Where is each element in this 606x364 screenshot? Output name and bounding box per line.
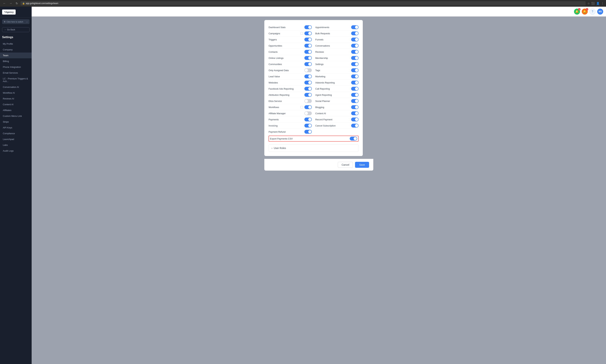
perm-toggle-left-16[interactable] [304,124,312,128]
help-btn[interactable]: ? [590,9,595,14]
sidebar-item-workflow-ai[interactable]: Workflow AI [0,90,32,96]
perm-toggle-right-4[interactable] [351,50,358,54]
perm-toggle-right-9[interactable] [351,81,358,84]
user-avatar[interactable]: MS [597,9,603,14]
sidebar-item-stripe[interactable]: Stripe [0,119,32,125]
perm-row-right-5: Membership [315,55,358,61]
header-right: 🔔 2 🔔 1 ? MS [574,9,603,14]
url-bar[interactable]: 🔒 app.gohighlevel.com/settings/team [21,1,586,5]
perm-row-left-11: Attribution Reporting [269,92,312,98]
sidebar-item-custom-menu[interactable]: Custom Menu Link [0,113,32,119]
user-roles-header[interactable]: › User Roles [272,147,356,150]
sidebar-item-api-keys[interactable]: API Keys [0,125,32,130]
perm-row-left-10: Facebook Ads Reporting [269,86,312,92]
browser-refresh-btn[interactable]: ↻ [15,1,19,5]
sidebar-item-labs[interactable]: Labs [0,142,32,148]
sidebar-item-billing[interactable]: Billing [0,58,32,64]
perm-toggle-left-5[interactable] [304,56,312,60]
perm-toggle-right-0[interactable] [351,25,358,29]
perm-toggle-right-7[interactable] [351,68,358,72]
perm-toggle-right-11[interactable] [351,93,358,97]
perm-toggle-right-12[interactable] [351,99,358,103]
perm-toggle-left-6[interactable] [304,62,312,66]
perm-label: Dashboard Stats [269,26,286,29]
perm-label: Marketing [315,75,325,78]
perm-label: Opportunities [269,44,282,47]
go-back-button[interactable]: ← Go Back [2,27,29,32]
perm-toggle-right-5[interactable] [351,56,358,60]
sidebar-item-conversation-ai[interactable]: Conversation AI [0,84,32,90]
perm-checkbox[interactable] [301,32,303,35]
perm-toggle-right-2[interactable] [351,38,358,41]
perm-toggle-left-13[interactable] [304,105,312,109]
perm-row-left-7: Only Assigned Data [269,67,312,73]
perm-toggle-left-1[interactable] [304,31,312,35]
perm-label: Agent Reporting [315,94,332,96]
perm-toggle-left-12[interactable] [304,99,312,103]
perm-toggle-right-15[interactable] [351,117,358,121]
perm-toggle-left-3[interactable] [304,44,312,48]
sidebar-item-team[interactable]: Team [0,52,32,58]
perm-toggle-right-8[interactable] [351,75,358,78]
sidebar-item-affiliates[interactable]: Affiliates [0,107,32,113]
perm-toggle-left-11[interactable] [304,93,312,97]
perm-toggle-left-15[interactable] [304,117,312,121]
browser-forward-btn[interactable]: → [8,1,13,5]
permissions-container: Dashboard StatsAppointmentsCampaignsBulk… [269,24,358,135]
sidebar-item-content-ai[interactable]: Content AI [0,102,32,107]
sidebar-item-lc-premium[interactable]: LC - Premium Triggers & Acti... [0,76,32,84]
perm-toggle-right-10[interactable] [351,87,358,91]
sidebar-nav: My Profile Company Team Billing Phone In… [0,40,32,155]
perm-checkbox[interactable] [301,106,303,108]
switch-icon: ⊞ [4,21,5,23]
bookmark-btn[interactable]: ☆ [587,2,590,5]
sidebar-item-my-profile[interactable]: My Profile [0,41,32,47]
perm-row-right-4: Reviews [315,49,358,55]
perm-toggle-right-14[interactable] [351,111,358,115]
sidebar-item-reviews-ai[interactable]: Reviews AI [0,96,32,102]
sidebar-item-email-services[interactable]: Email Services [0,70,32,76]
alerts-btn[interactable]: 🔔 1 [582,9,588,14]
switch-label: Click here to switch [7,21,23,23]
sidebar-item-audit-logs[interactable]: Audit Logs [0,148,32,154]
perm-toggle-left-0[interactable] [304,25,312,29]
perm-label: Payments [269,118,279,121]
perm-toggle-left-2[interactable] [304,38,312,41]
profile-btn[interactable]: 👤 [596,2,600,5]
perm-toggle-right-16[interactable] [351,124,358,128]
notification-badge: 2 [578,8,580,11]
menu-btn[interactable]: ⋮ [601,2,604,5]
perm-label: Contacts [269,51,277,53]
browser-bar: ← → ↻ 🔒 app.gohighlevel.com/settings/tea… [0,0,606,7]
perm-row-right-0: Appointments [315,24,358,30]
cancel-button[interactable]: Cancel [338,162,353,168]
perm-toggle-left-9[interactable] [304,81,312,84]
sidebar-item-launchpad[interactable]: Launchpad [0,136,32,142]
perm-toggle-left-4[interactable] [304,50,312,54]
browser-back-btn[interactable]: ← [2,1,7,5]
perm-toggle-left-14[interactable] [304,111,312,115]
perm-row-right-13: Blogging [315,104,358,110]
question-icon: ? [592,10,593,13]
sidebar-item-company[interactable]: Company [0,47,32,52]
perm-toggle-right-1[interactable] [351,31,358,35]
notifications-btn[interactable]: 🔔 2 [574,9,580,14]
switch-button[interactable]: ⊞ Click here to switch ⌄ [2,19,29,24]
perm-label: Funnels [315,38,323,41]
perm-toggle-left-17[interactable] [304,130,312,134]
extensions-btn[interactable]: ⬛ [591,2,595,5]
perm-toggle-right-6[interactable] [351,62,358,66]
perm-label: Attribution Reporting [269,94,290,96]
url-text: app.gohighlevel.com/settings/team [26,2,58,5]
perm-toggle-right-13[interactable] [351,105,358,109]
perm-label: Bulk Requests [315,32,330,35]
save-button[interactable]: Save [355,162,369,168]
content-wrapper: Dashboard StatsAppointmentsCampaignsBulk… [264,20,373,361]
export-payments-csv-toggle[interactable] [350,137,357,141]
perm-toggle-left-10[interactable] [304,87,312,91]
perm-toggle-right-3[interactable] [351,44,358,48]
perm-toggle-left-7[interactable] [304,68,312,72]
sidebar-item-compliance[interactable]: Compliance [0,130,32,136]
perm-toggle-left-8[interactable] [304,75,312,78]
sidebar-item-phone-integration[interactable]: Phone Integration [0,64,32,70]
